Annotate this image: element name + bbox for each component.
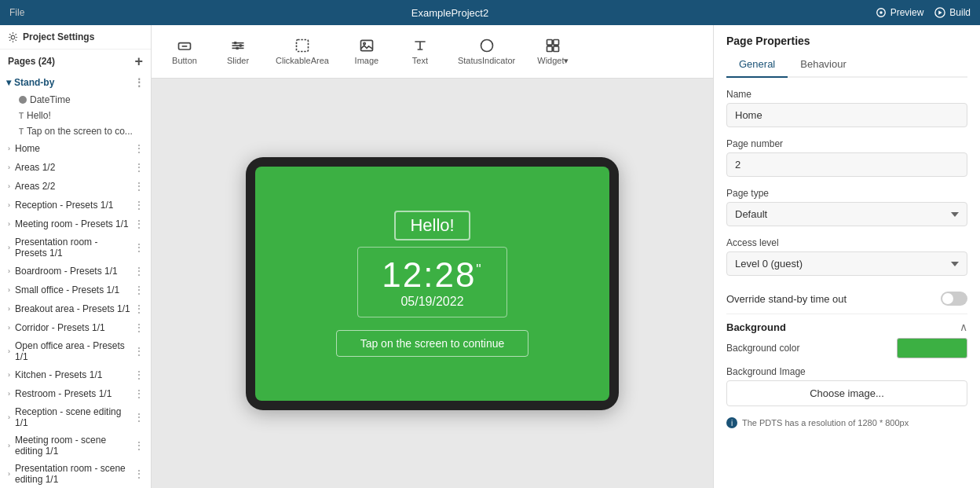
info-icon: i xyxy=(726,417,737,428)
page-menu-dots[interactable]: ⋮ xyxy=(133,345,144,358)
stand-by-item[interactable]: ▾ Stand-by ⋮ xyxy=(0,73,151,92)
page-item[interactable]: › Boardroom - Presets 1/1 ⋮ xyxy=(0,262,151,281)
toolbar-slider[interactable]: Slider xyxy=(214,33,261,70)
name-label: Name xyxy=(726,89,967,100)
bg-image-label: Background Image xyxy=(726,366,967,377)
page-item[interactable]: › Breakout area - Presets 1/1 ⋮ xyxy=(0,299,151,318)
page-menu-dots[interactable]: ⋮ xyxy=(133,387,144,400)
name-field-group: Name xyxy=(726,89,967,127)
stand-by-label-text: Stand-by xyxy=(14,77,54,88)
page-item[interactable]: › Kitchen - Presets 1/1 ⋮ xyxy=(0,365,151,384)
toolbar-clickable-area[interactable]: ClickableArea xyxy=(268,33,337,70)
page-item[interactable]: › Presentation room - Presets 1/1 ⋮ xyxy=(0,233,151,262)
preview-button[interactable]: Preview xyxy=(876,7,924,18)
page-chevron: › xyxy=(8,371,10,379)
project-settings[interactable]: Project Settings xyxy=(0,25,151,50)
page-item[interactable]: › Areas 1/2 ⋮ xyxy=(0,158,151,177)
page-menu-dots[interactable]: ⋮ xyxy=(133,439,144,452)
panel-title: Page Properties xyxy=(714,25,980,52)
project-settings-label: Project Settings xyxy=(23,31,94,42)
toolbar-button[interactable]: Button xyxy=(161,33,208,70)
T-icon: T xyxy=(19,127,24,136)
page-menu-dots[interactable]: ⋮ xyxy=(133,161,144,174)
page-item[interactable]: › Meeting room - Presets 1/1 ⋮ xyxy=(0,215,151,233)
panel-body: Name Page number Page type Default Popup… xyxy=(714,78,980,439)
svg-rect-12 xyxy=(360,40,372,50)
page-label: Breakout area - Presets 1/1 xyxy=(15,303,130,314)
access-level-select[interactable]: Level 0 (guest) Level 1 Level 2 xyxy=(726,251,967,276)
page-menu-dots[interactable]: ⋮ xyxy=(133,468,144,480)
panel-tabs: General Behaviour xyxy=(726,52,967,78)
toolbar-slider-label: Slider xyxy=(227,56,249,65)
background-collapse-icon[interactable]: ∧ xyxy=(960,321,967,333)
date-display: 05/19/2022 xyxy=(382,295,483,309)
page-menu-dots[interactable]: ⋮ xyxy=(133,218,144,230)
right-panel: Page Properties General Behaviour Name P… xyxy=(713,25,980,488)
background-label: Background xyxy=(726,321,786,333)
page-chevron: › xyxy=(8,286,10,294)
page-menu-dots[interactable]: ⋮ xyxy=(133,369,144,381)
name-input[interactable] xyxy=(726,103,967,127)
page-label: Areas 2/2 xyxy=(15,181,130,192)
page-type-field-group: Page type Default Popup Master xyxy=(726,188,967,226)
toolbar-widget[interactable]: Widget▾ xyxy=(529,33,576,71)
choose-image-button[interactable]: Choose image... xyxy=(726,380,967,406)
page-chevron: › xyxy=(8,267,10,275)
override-standby-toggle[interactable] xyxy=(941,292,967,306)
page-item[interactable]: › Areas 2/2 ⋮ xyxy=(0,177,151,196)
page-label: Meeting room - scene editing 1/1 xyxy=(15,435,130,457)
page-chevron: › xyxy=(8,145,10,152)
child-item-tap[interactable]: T Tap on the screen to co... xyxy=(13,123,151,139)
child-item-hello[interactable]: T Hello! xyxy=(13,108,151,123)
page-menu-dots[interactable]: ⋮ xyxy=(133,265,144,277)
page-chevron: › xyxy=(8,201,10,209)
page-type-select[interactable]: Default Popup Master xyxy=(726,202,967,226)
page-item[interactable]: › Open office area - Presets 1/1 ⋮ xyxy=(0,337,151,365)
page-menu-dots[interactable]: ⋮ xyxy=(133,321,144,334)
page-item[interactable]: › Small office - Presets 1/1 ⋮ xyxy=(0,281,151,299)
child-item-datetime[interactable]: DateTime xyxy=(13,92,151,108)
page-menu-dots[interactable]: ⋮ xyxy=(133,411,144,424)
page-label: Boardroom - Presets 1/1 xyxy=(15,266,130,277)
background-color-row: Background color xyxy=(726,338,967,358)
toolbar-image-label: Image xyxy=(355,56,379,65)
page-item[interactable]: › Presentation room - scene editing 1/1 … xyxy=(0,460,151,488)
page-item[interactable]: › Corridor - Presets 1/1 ⋮ xyxy=(0,318,151,337)
page-item[interactable]: › Reception - scene editing 1/1 ⋮ xyxy=(0,403,151,431)
build-button[interactable]: Build xyxy=(934,7,971,18)
toolbar: Button Slider ClickableArea Image xyxy=(152,25,713,79)
stand-by-children: DateTime T Hello! T Tap on the screen to… xyxy=(0,92,151,139)
page-item[interactable]: › Home ⋮ xyxy=(0,139,151,158)
page-menu-dots[interactable]: ⋮ xyxy=(133,303,144,315)
bg-color-swatch[interactable] xyxy=(897,338,967,358)
page-label: Corridor - Presets 1/1 xyxy=(15,322,130,333)
add-page-button[interactable]: + xyxy=(134,54,143,68)
page-item[interactable]: › Restroom - Presets 1/1 ⋮ xyxy=(0,384,151,403)
toolbar-text[interactable]: Text xyxy=(397,33,444,70)
page-menu-dots[interactable]: ⋮ xyxy=(133,284,144,296)
tab-general[interactable]: General xyxy=(726,52,788,78)
file-menu[interactable]: File xyxy=(9,7,24,18)
sidebar: Project Settings Pages (24) + ▾ Stand-by… xyxy=(0,25,152,488)
svg-rect-9 xyxy=(240,44,242,46)
top-bar: File ExampleProject2 Preview Build xyxy=(0,0,980,25)
tab-behaviour[interactable]: Behaviour xyxy=(788,52,859,78)
page-menu-dots[interactable]: ⋮ xyxy=(133,241,144,254)
stand-by-chevron: ▾ xyxy=(6,77,11,88)
page-item[interactable]: › Meeting room - scene editing 1/1 ⋮ xyxy=(0,431,151,460)
tap-button[interactable]: Tap on the screen to continue xyxy=(336,330,529,357)
page-label: Home xyxy=(15,143,130,154)
page-menu-dots[interactable]: ⋮ xyxy=(133,180,144,193)
hello-widget[interactable]: Hello! xyxy=(394,211,470,240)
page-menu-dots[interactable]: ⋮ xyxy=(133,142,144,155)
datetime-widget[interactable]: 12:28" 05/19/2022 xyxy=(357,247,507,317)
toolbar-status-indicator[interactable]: StatusIndicator xyxy=(450,33,523,70)
page-number-input[interactable] xyxy=(726,152,967,177)
page-item[interactable]: › Reception - Presets 1/1 ⋮ xyxy=(0,196,151,215)
page-label: Meeting room - Presets 1/1 xyxy=(15,218,130,229)
stand-by-dots[interactable]: ⋮ xyxy=(133,76,144,89)
override-standby-row: Override stand-by time out xyxy=(726,287,967,310)
page-chevron: › xyxy=(8,220,10,228)
toolbar-image[interactable]: Image xyxy=(343,33,390,70)
page-menu-dots[interactable]: ⋮ xyxy=(133,199,144,211)
